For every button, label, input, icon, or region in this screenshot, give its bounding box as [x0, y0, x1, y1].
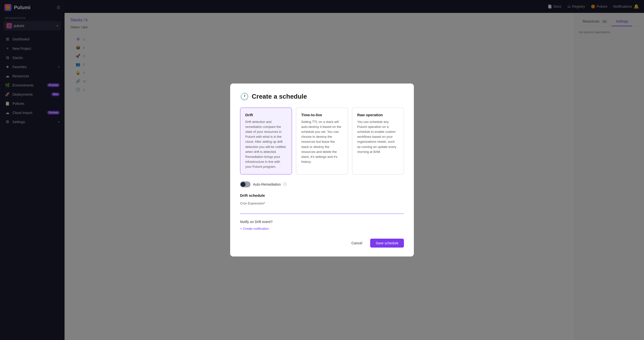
- notify-title: Notify on Drift event?: [240, 220, 404, 224]
- schedule-card-drift[interactable]: Drift Drift detection and remediation co…: [240, 108, 292, 174]
- card-ttl-desc: Setting TTL on a stack will auto-destroy…: [301, 119, 342, 164]
- notify-section: Notify on Drift event? + Create notifica…: [240, 220, 404, 231]
- modal-title: Create a schedule: [252, 93, 307, 100]
- create-notification-button[interactable]: + Create notification: [240, 227, 269, 230]
- cron-expression-input[interactable]: [240, 207, 404, 214]
- save-schedule-button[interactable]: Save schedule: [370, 239, 404, 248]
- card-raw-desc: You can schedule any Pulumi operation on…: [357, 119, 399, 154]
- auto-remediation-label: Auto-Remediation: [253, 182, 281, 186]
- card-raw-title: Raw operation: [357, 113, 399, 117]
- card-drift-desc: Drift detection and remediation compare …: [245, 119, 287, 169]
- modal-header: 🕐 Create a schedule: [240, 92, 404, 101]
- schedule-modal-icon: 🕐: [240, 92, 249, 101]
- auto-remediation-toggle[interactable]: [240, 181, 250, 187]
- create-schedule-modal: 🕐 Create a schedule Drift Drift detectio…: [230, 84, 414, 256]
- auto-remediation-row: Auto-Remediation ⓘ: [240, 181, 404, 187]
- info-icon[interactable]: ⓘ: [283, 182, 287, 187]
- modal-footer: Cancel Save schedule: [240, 237, 404, 248]
- schedule-card-raw[interactable]: Raw operation You can schedule any Pulum…: [352, 108, 404, 174]
- schedule-cards: Drift Drift detection and remediation co…: [240, 108, 404, 174]
- card-ttl-title: Time-to-live: [301, 113, 342, 117]
- cancel-button[interactable]: Cancel: [346, 239, 368, 248]
- drift-schedule-title: Drift schedule: [240, 193, 404, 197]
- card-drift-title: Drift: [245, 113, 287, 117]
- drift-schedule-section: Drift schedule Cron Expression*: [240, 193, 404, 220]
- modal-overlay: 🕐 Create a schedule Drift Drift detectio…: [0, 0, 644, 340]
- cron-expression-label: Cron Expression*: [240, 201, 404, 205]
- schedule-card-ttl[interactable]: Time-to-live Setting TTL on a stack will…: [296, 108, 348, 174]
- toggle-thumb: [240, 182, 246, 187]
